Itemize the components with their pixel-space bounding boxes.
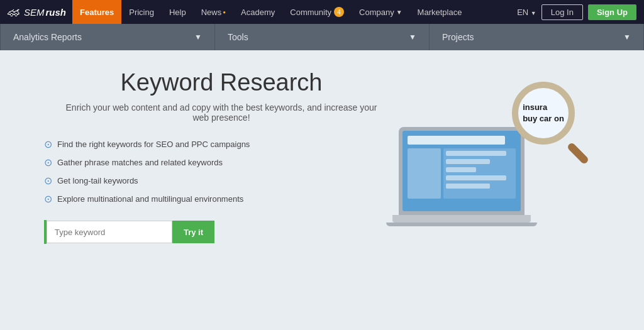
magnifier-handle: [567, 142, 590, 165]
nav-right-actions: EN ▼ Log In Sign Up: [517, 4, 636, 20]
main-content: Keyword Research Enrich your web content…: [0, 50, 644, 330]
nav-item-features[interactable]: Features: [72, 0, 121, 24]
feature-icon-4: ⊙: [44, 193, 52, 205]
nav-items: Features Pricing Help News ● Academy Com…: [72, 0, 517, 24]
projects-chevron-icon: ▼: [623, 33, 631, 41]
login-button[interactable]: Log In: [541, 4, 583, 20]
feature-item-1: ⊙ Find the right keywords for SEO and PP…: [44, 138, 380, 150]
page-subtitle: Enrich your web content and ad copy with…: [38, 102, 380, 123]
language-selector[interactable]: EN ▼: [517, 8, 536, 17]
subnav-projects[interactable]: Projects ▼: [430, 24, 644, 50]
logo-sem-text: SEM: [24, 7, 45, 18]
magnifier-lens: insura buy car on: [512, 82, 575, 145]
magnifier-illustration: insura buy car on: [512, 82, 594, 163]
logo-rush-text: rush: [46, 7, 67, 18]
community-badge: 4: [334, 7, 344, 17]
screen-content: [408, 136, 516, 206]
nav-item-help[interactable]: Help: [162, 0, 194, 24]
magnifier-text: insura buy car on: [519, 99, 567, 128]
feature-icon-1: ⊙: [44, 138, 52, 150]
subnav-analytics-reports[interactable]: Analytics Reports ▼: [0, 24, 215, 50]
sub-navigation: Analytics Reports ▼ Tools ▼ Projects ▼: [0, 24, 644, 50]
subnav-tools[interactable]: Tools ▼: [215, 24, 430, 50]
lang-chevron-icon: ▼: [531, 10, 536, 16]
feature-icon-3: ⊙: [44, 175, 52, 187]
keyword-input[interactable]: [47, 221, 172, 243]
screen-address-bar: [408, 136, 505, 145]
nav-item-marketplace[interactable]: Marketplace: [410, 0, 470, 24]
nav-item-academy[interactable]: Academy: [233, 0, 282, 24]
nav-item-community[interactable]: Community 4: [282, 0, 352, 24]
logo-icon: 🏎: [8, 5, 20, 19]
try-button[interactable]: Try it: [172, 221, 214, 243]
laptop-bottom: [386, 223, 537, 226]
nav-item-news[interactable]: News ●: [194, 0, 233, 24]
page-title: Keyword Research: [38, 69, 380, 96]
feature-list: ⊙ Find the right keywords for SEO and PP…: [38, 138, 380, 205]
tools-chevron-icon: ▼: [409, 33, 416, 41]
laptop-screen-outer: [399, 127, 525, 215]
left-content: Keyword Research Enrich your web content…: [38, 69, 392, 244]
company-chevron-icon: ▼: [396, 9, 402, 16]
nav-item-company[interactable]: Company ▼: [352, 0, 410, 24]
feature-item-4: ⊙ Explore multinational and multilingual…: [44, 193, 380, 205]
right-illustration: insura buy car on: [392, 69, 606, 233]
logo[interactable]: 🏎 SEMrush: [8, 5, 66, 19]
laptop-screen-inner: [402, 131, 521, 211]
try-section: Try it: [38, 220, 380, 244]
nav-item-pricing[interactable]: Pricing: [121, 0, 162, 24]
analytics-chevron-icon: ▼: [194, 33, 202, 41]
top-navigation: 🏎 SEMrush Features Pricing Help News ● A…: [0, 0, 644, 24]
feature-icon-2: ⊙: [44, 157, 52, 168]
laptop-base: [392, 215, 531, 223]
feature-item-2: ⊙ Gather phrase matches and related keyw…: [44, 157, 380, 168]
feature-item-3: ⊙ Get long-tail keywords: [44, 175, 380, 187]
signup-button[interactable]: Sign Up: [588, 4, 636, 20]
